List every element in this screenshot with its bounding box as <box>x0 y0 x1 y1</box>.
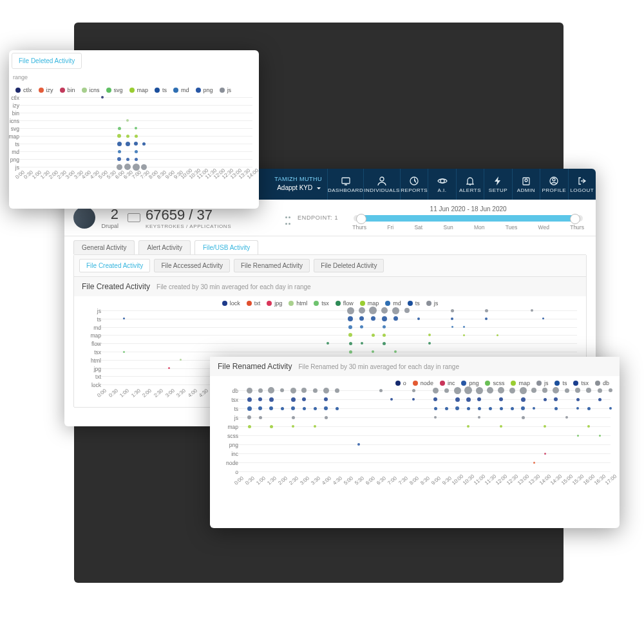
nav-ai[interactable]: A.I. <box>428 169 455 200</box>
subtab-file-accessed-activity[interactable]: File Accessed Activity <box>154 259 230 272</box>
nav-admin[interactable]: ADMIN <box>512 169 540 200</box>
nav-dashboard[interactable]: DASHBOARD <box>327 169 363 200</box>
subtabs: File Created ActivityFile Accessed Activ… <box>74 255 586 277</box>
legend-ts: ts <box>155 87 167 93</box>
legend-ctlx: ctlx <box>15 87 32 93</box>
tab-general-activity[interactable]: General Activity <box>73 240 135 254</box>
keyboard-icon <box>128 213 140 222</box>
legend-izy: izy <box>39 87 53 93</box>
file-deleted-chart: ctlxizybinicnssvgmaptsmdpngjs <box>15 97 252 175</box>
legend-bin: bin <box>60 87 75 93</box>
svg-point-7 <box>553 178 555 181</box>
chart-title: File Created Activity <box>82 282 150 291</box>
legend-md: md <box>173 87 189 93</box>
keystroke-count: 67659 / 37 <box>146 207 231 223</box>
tab-alert-activity[interactable]: Alert Activity <box>138 240 190 254</box>
endpoint-label: ENDPOINT: 1 <box>298 214 338 221</box>
subtab-file-renamed-activity[interactable]: File Renamed Activity <box>234 259 310 272</box>
legend-js: js <box>220 87 232 93</box>
legend-inc: inc <box>440 380 455 386</box>
nav-profile[interactable]: PROFILE <box>540 169 567 200</box>
svg-point-3 <box>440 179 444 183</box>
legend-ts: ts <box>554 380 567 386</box>
svg-point-1 <box>380 177 384 181</box>
date-range-text: 11 Jun 2020 - 18 Jun 2020 <box>350 205 587 213</box>
legend-html: html <box>289 300 307 307</box>
legend-tsx: tsx <box>573 380 589 386</box>
legend-txt: txt <box>247 300 261 307</box>
file-deleted-popout: File Deleted Activity range ctlxizybinic… <box>9 50 259 209</box>
subtab-file-deleted-activity[interactable]: File Deleted Activity <box>314 259 384 272</box>
renamed-title: File Renamed Activity <box>218 362 292 371</box>
org-select[interactable]: Adappt KYD <box>274 182 322 193</box>
file-renamed-chart: dbtsxtsjsmapscsspngincnodeo <box>219 390 611 480</box>
endpoint-icon <box>285 214 292 222</box>
svg-point-5 <box>525 179 527 182</box>
legend-js: js <box>536 380 549 386</box>
legend-scss: scss <box>485 380 504 386</box>
legend-lock: lock <box>222 300 240 307</box>
nav-reports[interactable]: REPORTS <box>400 169 428 200</box>
legend-png: png <box>461 380 478 386</box>
deleted-subtitle: range <box>9 71 259 83</box>
svg-rect-0 <box>342 178 350 184</box>
current-user: TAMIZH MUTHU <box>274 176 322 182</box>
keystroke-label: KEYSTROKES / APPLICATIONS <box>146 223 231 229</box>
legend-jpg: jpg <box>267 300 282 307</box>
renamed-subtitle: File Renamed by 30 min averaged for each… <box>298 363 459 370</box>
legend-map: map <box>511 380 530 386</box>
legend-js: js <box>426 300 439 307</box>
legend-flow: flow <box>336 300 354 307</box>
file-renamed-popout: File Renamed Activity File Renamed by 30… <box>210 357 620 528</box>
legend-db: db <box>595 380 609 386</box>
legend-ts: ts <box>408 300 420 307</box>
legend-icns: icns <box>82 87 100 93</box>
nav-alerts[interactable]: ALERTS <box>456 169 484 200</box>
legend-svg: svg <box>106 87 123 93</box>
chart-subtitle: File created by 30 min averaged for each… <box>156 283 311 290</box>
chart-title-bar: File Created Activity File created by 30… <box>74 277 586 296</box>
platform-label: Drupal <box>100 223 118 229</box>
nav-setup[interactable]: SETUP <box>484 169 511 200</box>
legend-png: png <box>196 87 213 93</box>
legend-md: md <box>385 300 401 307</box>
legend-tsx: tsx <box>314 300 329 307</box>
legend-map: map <box>129 87 149 93</box>
legend-o: o <box>395 380 406 386</box>
avatar <box>73 207 95 229</box>
legend: locktxtjpghtmltsxflowmapmdtsjs <box>74 296 586 310</box>
date-range-picker[interactable]: 11 Jun 2020 - 18 Jun 2020 ThursFriSatSun… <box>350 205 587 231</box>
tab-file-deleted[interactable]: File Deleted Activity <box>12 53 82 69</box>
nav-individuals[interactable]: INDIVIDUALS <box>363 169 400 200</box>
legend-node: node <box>413 380 433 386</box>
subtab-file-created-activity[interactable]: File Created Activity <box>79 259 150 272</box>
tabs: General ActivityAlert ActivityFile/USB A… <box>64 236 596 254</box>
tab-file-usb-activity[interactable]: File/USB Activity <box>194 240 258 254</box>
nav-logout[interactable]: LOGOUT <box>568 169 596 200</box>
legend-map: map <box>360 300 379 307</box>
